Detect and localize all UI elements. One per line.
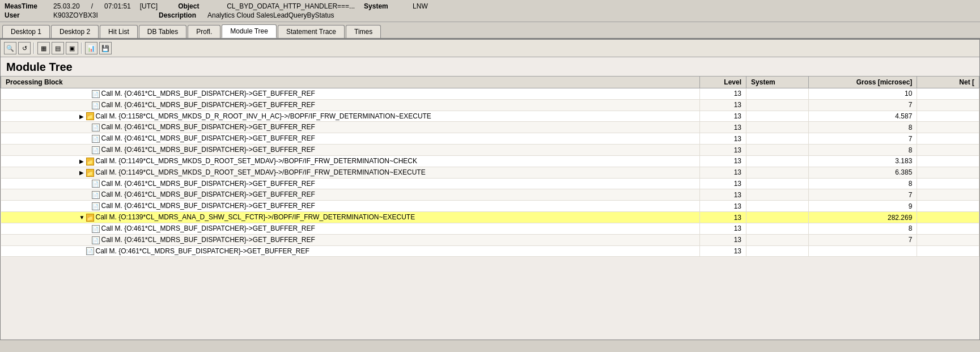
cell-level: 13 bbox=[699, 178, 746, 189]
cell-gross: 6.385 bbox=[808, 167, 917, 178]
document-icon: 📄 bbox=[92, 146, 100, 154]
tab-statementtrace[interactable]: Statement Trace bbox=[278, 25, 345, 38]
table-row[interactable]: 📄Call M. {O:461*CL_MDRS_BUF_DISPATCHER}-… bbox=[1, 133, 979, 145]
table-body: 📄Call M. {O:461*CL_MDRS_BUF_DISPATCHER}-… bbox=[1, 88, 979, 257]
meastime-label: MeasTime bbox=[5, 2, 44, 10]
object-label: Object bbox=[178, 2, 218, 10]
table-row[interactable]: 📄Call M. {O:461*CL_MDRS_BUF_DISPATCHER}-… bbox=[1, 122, 979, 133]
meastime-date: 25.03.20 bbox=[53, 2, 80, 10]
table-row[interactable]: 📄Call M. {O:461*CL_MDRS_BUF_DISPATCHER}-… bbox=[1, 99, 979, 111]
toolbar-save-button[interactable]: 💾 bbox=[99, 42, 112, 54]
document-icon: 📄 bbox=[92, 225, 100, 233]
document-icon: 📄 bbox=[92, 191, 100, 199]
cell-net bbox=[917, 88, 979, 100]
cell-net bbox=[917, 111, 979, 122]
cell-level: 13 bbox=[699, 212, 746, 223]
cell-gross: 7 bbox=[808, 234, 917, 245]
tab-dbtables[interactable]: DB Tables bbox=[139, 25, 186, 38]
cell-gross: 8 bbox=[808, 223, 917, 234]
cell-level: 13 bbox=[699, 201, 746, 212]
toolbar-collapse-button[interactable]: ▣ bbox=[66, 42, 78, 54]
col-processing-block[interactable]: Processing Block bbox=[1, 77, 700, 88]
cell-net bbox=[917, 234, 979, 245]
tab-moduletree[interactable]: Module Tree bbox=[222, 24, 277, 38]
cell-system bbox=[746, 145, 809, 156]
cell-net bbox=[917, 223, 979, 234]
expand-arrow-icon[interactable]: ▶ bbox=[79, 169, 85, 176]
toolbar-sep-1 bbox=[33, 43, 35, 54]
cell-system bbox=[746, 178, 809, 189]
table-container[interactable]: Processing Block Level System Gross [mic… bbox=[1, 76, 979, 334]
cell-system bbox=[746, 189, 809, 201]
cell-gross: 4.587 bbox=[808, 111, 917, 122]
cell-level: 13 bbox=[699, 88, 746, 100]
tab-hitlist[interactable]: Hit List bbox=[100, 25, 138, 38]
col-net[interactable]: Net [ bbox=[917, 77, 979, 88]
folder-icon: 📁 bbox=[86, 214, 94, 222]
cell-system bbox=[746, 155, 809, 167]
table-row[interactable]: ▼📁Call M. {O:1139*CL_MDRS_ANA_D_SHW_SCL_… bbox=[1, 212, 979, 223]
cell-processing-block: 📄Call M. {O:461*CL_MDRS_BUF_DISPATCHER}-… bbox=[1, 189, 700, 201]
cell-system bbox=[746, 88, 809, 100]
table-row[interactable]: ▶📁Call M. {O:1149*CL_MDRS_MKDS_D_ROOT_SE… bbox=[1, 155, 979, 167]
cell-net bbox=[917, 167, 979, 178]
table-row[interactable]: 📄Call M. {O:461*CL_MDRS_BUF_DISPATCHER}-… bbox=[1, 234, 979, 245]
expand-arrow-icon[interactable]: ▼ bbox=[79, 214, 85, 220]
table-row[interactable]: 📄Call M. {O:461*CL_MDRS_BUF_DISPATCHER}-… bbox=[1, 145, 979, 156]
cell-processing-block: ▼📁Call M. {O:1139*CL_MDRS_ANA_D_SHW_SCL_… bbox=[1, 212, 700, 223]
cell-net bbox=[917, 99, 979, 111]
cell-processing-block: 📄Call M. {O:461*CL_MDRS_BUF_DISPATCHER}-… bbox=[1, 234, 700, 245]
cell-net bbox=[917, 145, 979, 156]
folder-icon: 📁 bbox=[86, 112, 94, 120]
cell-system bbox=[746, 122, 809, 133]
description-value: Analytics Cloud SalesLeadQueryByStatus bbox=[207, 11, 334, 19]
cell-gross: 282.269 bbox=[808, 212, 917, 223]
tab-desktop1[interactable]: Desktop 1 bbox=[2, 25, 50, 38]
cell-processing-block: 📄Call M. {O:461*CL_MDRS_BUF_DISPATCHER}-… bbox=[1, 178, 700, 189]
tab-times[interactable]: Times bbox=[346, 25, 381, 38]
table-row[interactable]: 📄Call M. {O:461*CL_MDRS_BUF_DISPATCHER}-… bbox=[1, 201, 979, 212]
description-label: Description bbox=[159, 11, 198, 19]
row-label: Call M. {O:461*CL_MDRS_BUF_DISPATCHER}->… bbox=[101, 146, 315, 154]
cell-processing-block: ▶📁Call M. {O:1158*CL_MDRS_MKDS_D_R_ROOT_… bbox=[1, 111, 700, 122]
cell-system bbox=[746, 234, 809, 245]
cell-gross: 3.183 bbox=[808, 155, 917, 167]
cell-processing-block: 📄Call M. {O:461*CL_MDRS_BUF_DISPATCHER}-… bbox=[1, 133, 700, 145]
toolbar-refresh-button[interactable]: ↺ bbox=[18, 42, 31, 54]
table-row[interactable]: ▶📁Call M. {O:1149*CL_MDRS_MKDS_D_ROOT_SE… bbox=[1, 167, 979, 178]
cell-level: 13 bbox=[699, 223, 746, 234]
col-gross[interactable]: Gross [microsec] bbox=[808, 77, 917, 88]
table-header: Processing Block Level System Gross [mic… bbox=[1, 77, 979, 88]
cell-system bbox=[746, 99, 809, 111]
toolbar-find-button[interactable]: 🔍 bbox=[4, 42, 16, 54]
cell-level: 13 bbox=[699, 189, 746, 201]
document-icon: 📄 bbox=[92, 101, 100, 109]
toolbar-expand-button[interactable]: ▤ bbox=[52, 42, 64, 54]
toolbar-sep-2 bbox=[81, 43, 82, 54]
toolbar-chart-button[interactable]: 📊 bbox=[85, 42, 97, 54]
meastime-utc: [UTC] bbox=[140, 2, 158, 10]
tab-desktop2[interactable]: Desktop 2 bbox=[51, 25, 99, 38]
object-value: CL_BYD_ODATA_HTTP_HANDLER===... bbox=[227, 2, 355, 10]
expand-arrow-icon[interactable]: ▶ bbox=[79, 158, 85, 164]
col-level[interactable]: Level bbox=[699, 77, 746, 88]
toolbar-grid-button[interactable]: ▦ bbox=[37, 42, 50, 54]
table-row[interactable]: 📄Call M. {O:461*CL_MDRS_BUF_DISPATCHER}-… bbox=[1, 223, 979, 234]
data-table: Processing Block Level System Gross [mic… bbox=[1, 76, 979, 257]
table-row[interactable]: ▶📁Call M. {O:1158*CL_MDRS_MKDS_D_R_ROOT_… bbox=[1, 111, 979, 122]
tab-profl[interactable]: Profl. bbox=[188, 25, 220, 38]
main-content: 🔍 ↺ ▦ ▤ ▣ 📊 💾 Module Tree Processing Blo… bbox=[0, 39, 980, 340]
table-row[interactable]: 📄Call M. {O:461*CL_MDRS_BUF_DISPATCHER}-… bbox=[1, 189, 979, 201]
cell-level: 13 bbox=[699, 245, 746, 257]
cell-processing-block: 📄Call M. {O:461*CL_MDRS_BUF_DISPATCHER}-… bbox=[1, 201, 700, 212]
row-label: Call M. {O:461*CL_MDRS_BUF_DISPATCHER}->… bbox=[101, 101, 315, 109]
row-label: Call M. {O:461*CL_MDRS_BUF_DISPATCHER}->… bbox=[101, 190, 315, 198]
table-row[interactable]: 📄Call M. {O:461*CL_MDRS_BUF_DISPATCHER}-… bbox=[1, 178, 979, 189]
expand-arrow-icon[interactable]: ▶ bbox=[79, 113, 85, 120]
col-system[interactable]: System bbox=[746, 77, 809, 88]
cell-net bbox=[917, 212, 979, 223]
document-icon: 📄 bbox=[92, 180, 100, 188]
table-row[interactable]: 📄Call M. {O:461*CL_MDRS_BUF_DISPATCHER}-… bbox=[1, 245, 979, 257]
table-row[interactable]: 📄Call M. {O:461*CL_MDRS_BUF_DISPATCHER}-… bbox=[1, 88, 979, 100]
cell-system bbox=[746, 111, 809, 122]
